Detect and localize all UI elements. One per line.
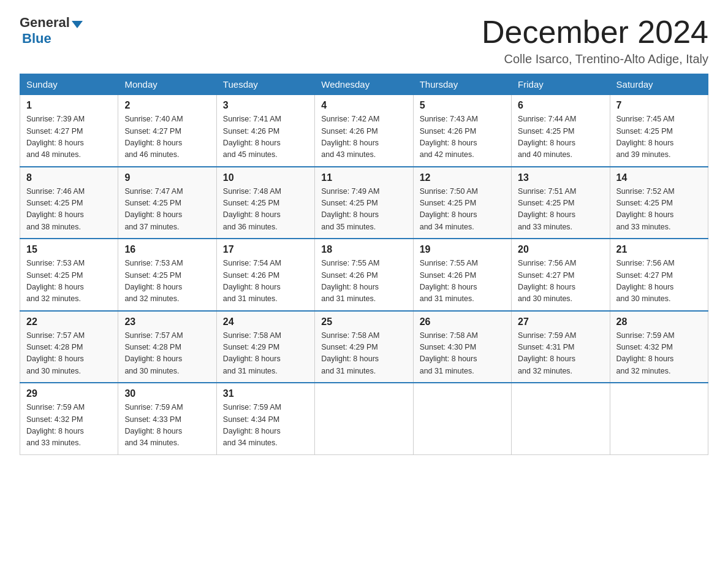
calendar-table: SundayMondayTuesdayWednesdayThursdayFrid… (20, 74, 708, 455)
day-info: Sunrise: 7:54 AMSunset: 4:26 PMDaylight:… (223, 258, 308, 305)
column-header-monday: Monday (118, 74, 216, 95)
calendar-cell (610, 383, 708, 454)
calendar-cell: 10Sunrise: 7:48 AMSunset: 4:25 PMDayligh… (216, 167, 314, 239)
day-number: 27 (518, 316, 603, 327)
calendar-cell: 19Sunrise: 7:55 AMSunset: 4:26 PMDayligh… (413, 239, 511, 311)
calendar-week-5: 29Sunrise: 7:59 AMSunset: 4:32 PMDayligh… (20, 383, 708, 454)
calendar-cell: 11Sunrise: 7:49 AMSunset: 4:25 PMDayligh… (315, 167, 413, 239)
calendar-cell: 17Sunrise: 7:54 AMSunset: 4:26 PMDayligh… (216, 239, 314, 311)
column-header-sunday: Sunday (20, 74, 118, 95)
day-number: 3 (223, 100, 308, 111)
calendar-cell: 2Sunrise: 7:40 AMSunset: 4:27 PMDaylight… (118, 95, 216, 167)
column-header-tuesday: Tuesday (216, 74, 314, 95)
day-number: 7 (616, 100, 702, 111)
column-header-thursday: Thursday (413, 74, 511, 95)
day-number: 10 (223, 172, 308, 183)
calendar-cell: 26Sunrise: 7:58 AMSunset: 4:30 PMDayligh… (413, 311, 511, 383)
column-header-saturday: Saturday (610, 74, 708, 95)
day-number: 1 (26, 100, 112, 111)
day-info: Sunrise: 7:53 AMSunset: 4:25 PMDaylight:… (26, 258, 112, 305)
day-number: 15 (26, 244, 112, 255)
day-number: 2 (124, 100, 210, 111)
day-info: Sunrise: 7:58 AMSunset: 4:30 PMDaylight:… (420, 330, 505, 378)
day-info: Sunrise: 7:58 AMSunset: 4:29 PMDaylight:… (223, 330, 308, 378)
calendar-cell: 20Sunrise: 7:56 AMSunset: 4:27 PMDayligh… (512, 239, 610, 311)
calendar-cell: 14Sunrise: 7:52 AMSunset: 4:25 PMDayligh… (610, 167, 708, 239)
day-info: Sunrise: 7:42 AMSunset: 4:26 PMDaylight:… (321, 113, 406, 161)
day-info: Sunrise: 7:59 AMSunset: 4:34 PMDaylight:… (223, 402, 308, 450)
calendar-cell: 4Sunrise: 7:42 AMSunset: 4:26 PMDaylight… (315, 95, 413, 167)
calendar-week-2: 8Sunrise: 7:46 AMSunset: 4:25 PMDaylight… (20, 167, 708, 239)
day-number: 28 (616, 316, 702, 327)
day-number: 9 (124, 172, 210, 183)
day-info: Sunrise: 7:59 AMSunset: 4:33 PMDaylight:… (124, 402, 210, 450)
calendar-cell: 7Sunrise: 7:45 AMSunset: 4:25 PMDaylight… (610, 95, 708, 167)
day-number: 30 (124, 388, 210, 399)
calendar-cell: 3Sunrise: 7:41 AMSunset: 4:26 PMDaylight… (216, 95, 314, 167)
calendar-cell: 21Sunrise: 7:56 AMSunset: 4:27 PMDayligh… (610, 239, 708, 311)
calendar-cell: 5Sunrise: 7:43 AMSunset: 4:26 PMDaylight… (413, 95, 511, 167)
calendar-cell: 27Sunrise: 7:59 AMSunset: 4:31 PMDayligh… (512, 311, 610, 383)
day-number: 8 (26, 172, 112, 183)
day-number: 21 (616, 244, 702, 255)
calendar-cell: 9Sunrise: 7:47 AMSunset: 4:25 PMDaylight… (118, 167, 216, 239)
day-info: Sunrise: 7:40 AMSunset: 4:27 PMDaylight:… (124, 113, 210, 161)
day-info: Sunrise: 7:57 AMSunset: 4:28 PMDaylight:… (124, 330, 210, 378)
calendar-cell: 15Sunrise: 7:53 AMSunset: 4:25 PMDayligh… (20, 239, 118, 311)
day-info: Sunrise: 7:53 AMSunset: 4:25 PMDaylight:… (124, 258, 210, 305)
day-info: Sunrise: 7:50 AMSunset: 4:25 PMDaylight:… (420, 186, 505, 234)
day-info: Sunrise: 7:41 AMSunset: 4:26 PMDaylight:… (223, 113, 308, 161)
day-number: 12 (420, 172, 505, 183)
day-info: Sunrise: 7:57 AMSunset: 4:28 PMDaylight:… (26, 330, 112, 378)
logo-general-text: General (20, 15, 70, 31)
calendar-cell: 28Sunrise: 7:59 AMSunset: 4:32 PMDayligh… (610, 311, 708, 383)
day-number: 20 (518, 244, 603, 255)
calendar-cell: 23Sunrise: 7:57 AMSunset: 4:28 PMDayligh… (118, 311, 216, 383)
calendar-cell: 12Sunrise: 7:50 AMSunset: 4:25 PMDayligh… (413, 167, 511, 239)
day-number: 16 (124, 244, 210, 255)
logo-triangle-icon (72, 21, 83, 28)
month-title: December 2024 (482, 15, 708, 50)
day-number: 23 (124, 316, 210, 327)
day-number: 18 (321, 244, 406, 255)
day-info: Sunrise: 7:56 AMSunset: 4:27 PMDaylight:… (518, 258, 603, 305)
calendar-cell: 8Sunrise: 7:46 AMSunset: 4:25 PMDaylight… (20, 167, 118, 239)
calendar-cell: 18Sunrise: 7:55 AMSunset: 4:26 PMDayligh… (315, 239, 413, 311)
day-info: Sunrise: 7:46 AMSunset: 4:25 PMDaylight:… (26, 186, 112, 234)
calendar-week-4: 22Sunrise: 7:57 AMSunset: 4:28 PMDayligh… (20, 311, 708, 383)
day-info: Sunrise: 7:47 AMSunset: 4:25 PMDaylight:… (124, 186, 210, 234)
day-number: 6 (518, 100, 603, 111)
day-number: 25 (321, 316, 406, 327)
day-number: 11 (321, 172, 406, 183)
calendar-cell (413, 383, 511, 454)
page-header: General Blue December 2024 Colle Isarco,… (20, 15, 708, 66)
logo: General Blue (20, 15, 83, 47)
day-number: 14 (616, 172, 702, 183)
calendar-cell: 16Sunrise: 7:53 AMSunset: 4:25 PMDayligh… (118, 239, 216, 311)
calendar-cell: 31Sunrise: 7:59 AMSunset: 4:34 PMDayligh… (216, 383, 314, 454)
day-info: Sunrise: 7:59 AMSunset: 4:31 PMDaylight:… (518, 330, 603, 378)
calendar-cell: 1Sunrise: 7:39 AMSunset: 4:27 PMDaylight… (20, 95, 118, 167)
day-info: Sunrise: 7:59 AMSunset: 4:32 PMDaylight:… (26, 402, 112, 450)
calendar-cell: 29Sunrise: 7:59 AMSunset: 4:32 PMDayligh… (20, 383, 118, 454)
day-info: Sunrise: 7:52 AMSunset: 4:25 PMDaylight:… (616, 186, 702, 234)
calendar-cell: 30Sunrise: 7:59 AMSunset: 4:33 PMDayligh… (118, 383, 216, 454)
day-number: 13 (518, 172, 603, 183)
calendar-cell: 25Sunrise: 7:58 AMSunset: 4:29 PMDayligh… (315, 311, 413, 383)
day-number: 5 (420, 100, 505, 111)
day-number: 17 (223, 244, 308, 255)
calendar-cell: 22Sunrise: 7:57 AMSunset: 4:28 PMDayligh… (20, 311, 118, 383)
day-info: Sunrise: 7:55 AMSunset: 4:26 PMDaylight:… (420, 258, 505, 305)
column-header-friday: Friday (512, 74, 610, 95)
calendar-week-3: 15Sunrise: 7:53 AMSunset: 4:25 PMDayligh… (20, 239, 708, 311)
calendar-week-1: 1Sunrise: 7:39 AMSunset: 4:27 PMDaylight… (20, 95, 708, 167)
day-number: 31 (223, 388, 308, 399)
day-number: 24 (223, 316, 308, 327)
day-info: Sunrise: 7:45 AMSunset: 4:25 PMDaylight:… (616, 113, 702, 161)
column-header-wednesday: Wednesday (315, 74, 413, 95)
day-info: Sunrise: 7:58 AMSunset: 4:29 PMDaylight:… (321, 330, 406, 378)
location-title: Colle Isarco, Trentino-Alto Adige, Italy (482, 52, 708, 66)
day-info: Sunrise: 7:39 AMSunset: 4:27 PMDaylight:… (26, 113, 112, 161)
day-number: 4 (321, 100, 406, 111)
day-info: Sunrise: 7:56 AMSunset: 4:27 PMDaylight:… (616, 258, 702, 305)
